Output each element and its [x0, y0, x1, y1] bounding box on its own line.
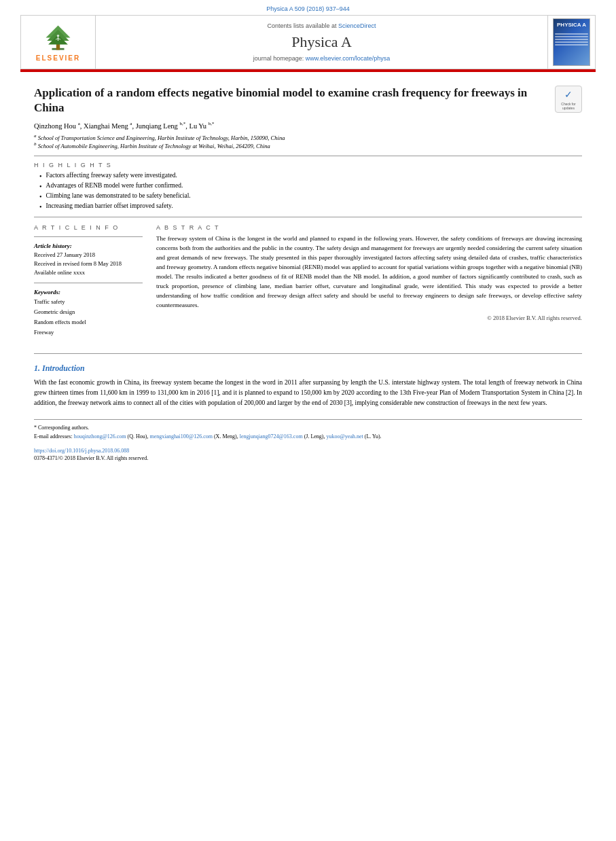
bullet-1: •	[39, 172, 42, 181]
elsevier-label-text: ELSEVIER	[36, 54, 80, 62]
email-label: E-mail addresses:	[34, 433, 73, 440]
corresponding-authors-note: * Corresponding authors.	[34, 424, 582, 433]
bullet-2: •	[39, 182, 42, 191]
abstract-header: A B S T R A C T	[156, 224, 582, 231]
issn-text: 0378-4371/© 2018 Elsevier B.V. All right…	[34, 455, 582, 461]
keyword-3: Random effects model	[34, 317, 143, 327]
revised-date: Received in revised form 8 May 2018	[34, 260, 143, 268]
bullet-4: •	[39, 202, 42, 211]
sciencedirect-line: Contents lists available at ScienceDirec…	[267, 22, 376, 29]
affiliation-b: b School of Automobile Engineering, Harb…	[34, 141, 582, 149]
highlight-item-3: •Climbing lane was demonstrated to be sa…	[39, 192, 582, 201]
divider-1	[34, 156, 582, 156]
keywords-list: Traffic safety Geometric design Random e…	[34, 297, 143, 338]
email-yu[interactable]: yukoo@yeah.net	[327, 433, 363, 440]
cover-physica-label: PHYSICA A	[557, 22, 586, 28]
main-content: Application of a random effects negative…	[0, 72, 616, 475]
keywords-label: Keywords:	[34, 289, 143, 296]
divider-2	[34, 217, 582, 217]
check-updates-text: Check for updates	[556, 102, 581, 110]
journal-homepage-line: journal homepage: www.elsevier.com/locat…	[253, 55, 391, 62]
svg-rect-1	[56, 44, 60, 50]
article-title-section: Application of a random effects negative…	[34, 86, 582, 115]
abstract-column: A B S T R A C T The freeway system of Ch…	[156, 224, 582, 343]
abstract-text: The freeway system of China is the longe…	[156, 234, 582, 310]
authors-line: Qinzhong Hou a, Xianghai Meng a, Junqian…	[34, 121, 582, 130]
copyright-line: © 2018 Elsevier B.V. All rights reserved…	[156, 315, 582, 321]
affiliations: a School of Transportation Science and E…	[34, 133, 582, 149]
received-date: Received 27 January 2018	[34, 251, 143, 260]
highlights-header: H I G H L I G H T S	[34, 162, 582, 168]
article-history-block: Article history: Received 27 January 201…	[34, 243, 143, 276]
email-leng[interactable]: lengjunqiang0724@163.com	[240, 433, 303, 440]
email-hou[interactable]: houqinzhong@126.com	[74, 433, 126, 440]
bullet-3: •	[39, 192, 42, 201]
elsevier-logo-section: ELSEVIER	[21, 16, 96, 69]
highlight-item-4: •Increasing median barrier offset improv…	[39, 202, 582, 211]
cover-decoration	[555, 32, 588, 47]
journal-cover-image: PHYSICA A	[553, 18, 590, 66]
footnotes-section: * Corresponding authors. E-mail addresse…	[34, 419, 582, 461]
check-updates-icon: ✓	[564, 89, 573, 101]
available-date: Available online xxxx	[34, 268, 143, 277]
article-title: Application of a random effects negative…	[34, 86, 547, 115]
homepage-link[interactable]: www.elsevier.com/locate/physa	[306, 55, 391, 62]
highlights-section: H I G H L I G H T S •Factors affecting f…	[34, 162, 582, 211]
highlights-list: •Factors affecting freeway safety were i…	[34, 172, 582, 211]
keyword-4: Freeway	[34, 327, 143, 338]
doi-section: https://doi.org/10.1016/j.physa.2018.06.…	[34, 447, 582, 454]
sciencedirect-link[interactable]: ScienceDirect	[338, 22, 376, 29]
svg-point-5	[57, 35, 60, 37]
contents-text: Contents lists available at	[267, 22, 336, 29]
page: Physica A 509 (2018) 937–944	[0, 0, 616, 841]
section-1-paragraph: With the fast economic growth in China, …	[34, 378, 582, 409]
two-column-section: A R T I C L E I N F O Article history: R…	[34, 224, 582, 343]
homepage-prefix: journal homepage:	[253, 55, 304, 62]
divider-3	[34, 353, 582, 354]
history-label: Article history:	[34, 243, 143, 249]
keyword-2: Geometric design	[34, 307, 143, 317]
journal-reference: Physica A 509 (2018) 937–944	[0, 0, 616, 15]
article-info-header: A R T I C L E I N F O	[34, 224, 143, 231]
email-addresses-line: E-mail addresses: houqinzhong@126.com (Q…	[34, 433, 582, 442]
keyword-1: Traffic safety	[34, 297, 143, 307]
highlight-item-1: •Factors affecting freeway safety were i…	[39, 172, 582, 181]
highlight-item-2: •Advantages of RENB model were further c…	[39, 182, 582, 191]
affiliation-a: a School of Transportation Science and E…	[34, 133, 582, 141]
article-info-column: A R T I C L E I N F O Article history: R…	[34, 224, 143, 343]
journal-header: ELSEVIER Contents lists available at Sci…	[20, 15, 596, 69]
journal-ref-text: Physica A 509 (2018) 937–944	[266, 5, 350, 12]
email-meng[interactable]: mengxianghai100@126.com	[149, 433, 212, 440]
elsevier-tree-icon	[39, 22, 77, 53]
doi-link[interactable]: https://doi.org/10.1016/j.physa.2018.06.…	[34, 448, 129, 454]
journal-title: Physica A	[291, 33, 352, 51]
keywords-block: Keywords: Traffic safety Geometric desig…	[34, 289, 143, 338]
elsevier-logo: ELSEVIER	[36, 22, 80, 62]
section-1-title: 1. Introduction	[34, 363, 582, 374]
check-updates-badge: ✓ Check for updates	[555, 86, 582, 113]
info-divider-2	[34, 283, 143, 283]
journal-cover-section: PHYSICA A	[547, 16, 595, 69]
info-divider-1	[34, 236, 143, 237]
journal-info-section: Contents lists available at ScienceDirec…	[96, 16, 547, 69]
